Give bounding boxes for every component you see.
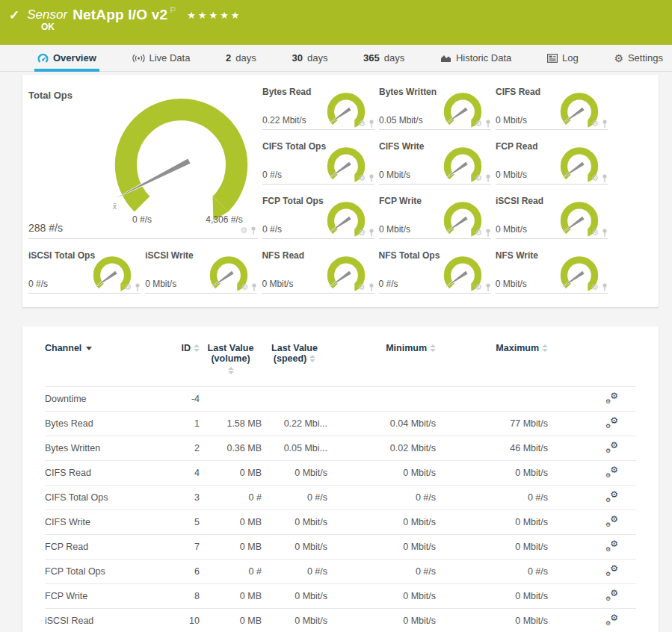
pin-icon[interactable] — [369, 174, 374, 182]
column-header-last-value-speed[interactable]: Last Value (speed) — [262, 328, 327, 387]
channel-settings-gear-icon[interactable]: ⚙⚙ — [606, 417, 618, 428]
tab-label: days — [307, 52, 327, 63]
column-header-channel[interactable]: Channel — [45, 328, 157, 387]
bottom-gauges-grid: iSCSI Total Ops 0 #/s ⚙ iSCSI Write 0 Mb… — [28, 247, 608, 294]
pin-icon[interactable] — [485, 283, 491, 291]
gear-icon[interactable]: ⚙ — [591, 174, 599, 182]
tab-2-days[interactable]: 2 days — [224, 45, 258, 71]
channel-settings-gear-icon[interactable]: ⚙⚙ — [606, 466, 618, 477]
cell-maximum: 0 #/s — [436, 486, 548, 510]
channel-settings-gear-icon[interactable]: ⚙⚙ — [606, 491, 618, 502]
tab-365-days[interactable]: 365 days — [362, 45, 406, 71]
pin-icon[interactable] — [369, 283, 374, 291]
gauge-value: 0 #/s — [379, 279, 398, 289]
flag-icon[interactable]: ⚐ — [169, 5, 176, 15]
area-chart-icon — [440, 54, 451, 63]
pin-icon[interactable] — [602, 283, 608, 291]
cell-id: 5 — [157, 510, 200, 535]
cell-id: 4 — [157, 461, 200, 486]
gauge-title: Bytes Written — [379, 87, 437, 97]
gauge-title: CIFS Total Ops — [262, 141, 326, 152]
gauge-title: iSCSI Write — [145, 250, 193, 261]
channel-settings-gear-icon[interactable]: ⚙⚙ — [606, 392, 618, 403]
channel-settings-gear-icon[interactable]: ⚙⚙ — [606, 589, 618, 601]
pin-icon[interactable] — [369, 120, 374, 128]
cell-actions: ⚙⚙ — [548, 436, 636, 461]
gear-icon[interactable]: ⚙ — [475, 283, 482, 291]
gear-icon[interactable]: ⚙ — [240, 226, 247, 235]
gear-icon[interactable]: ⚙ — [475, 120, 482, 128]
gear-icon[interactable]: ⚙ — [475, 229, 482, 237]
gear-icon[interactable]: ⚙ — [358, 283, 366, 291]
gear-icon[interactable]: ⚙ — [124, 283, 132, 291]
gauge-value: 0.22 Mbit/s — [262, 115, 306, 126]
channel-settings-gear-icon[interactable]: ⚙⚙ — [606, 565, 618, 576]
cell-id: 3 — [157, 486, 200, 510]
cell-maximum: 0 Mbit/s — [436, 584, 548, 609]
gear-icon[interactable]: ⚙ — [591, 229, 599, 237]
gauge-title: NFS Write — [496, 250, 538, 261]
gauge-value: 288 #/s — [28, 222, 63, 234]
cell-last-value-speed: 0 Mbit/s — [262, 609, 327, 632]
channel-settings-gear-icon[interactable]: ⚙⚙ — [606, 515, 618, 527]
gear-icon[interactable]: ⚙ — [591, 120, 599, 128]
gauge-value: 0 Mbit/s — [262, 279, 293, 289]
tab-overview[interactable]: Overview — [36, 45, 98, 71]
log-icon — [547, 54, 558, 63]
tab-log[interactable]: Log — [546, 45, 580, 71]
gear-icon[interactable]: ⚙ — [475, 174, 482, 182]
gauge-title: FCP Read — [496, 141, 537, 152]
pin-icon[interactable] — [602, 174, 608, 182]
sort-icon — [542, 344, 548, 352]
pin-icon[interactable] — [602, 229, 608, 237]
pin-icon[interactable] — [250, 226, 256, 235]
pin-icon[interactable] — [251, 283, 257, 291]
cell-maximum: 0 #/s — [436, 560, 548, 584]
pin-icon[interactable] — [485, 120, 491, 128]
tab-label: Settings — [628, 52, 663, 63]
column-header-maximum[interactable]: Maximum — [436, 328, 548, 387]
cell-actions: ⚙⚙ — [548, 510, 636, 535]
gauge-title: NFS Total Ops — [379, 250, 440, 261]
column-header-id[interactable]: ID — [157, 328, 200, 387]
gauge-value: 0 Mbit/s — [496, 224, 527, 235]
pin-icon[interactable] — [135, 283, 141, 291]
table-row: CIFS Read 4 0 MB 0 Mbit/s 0 Mbit/s 0 Mbi… — [45, 461, 636, 486]
tab-settings[interactable]: ⚙ Settings — [612, 45, 665, 71]
channel-settings-gear-icon[interactable]: ⚙⚙ — [606, 614, 618, 625]
cell-last-value-volume: 1.58 MB — [200, 412, 262, 436]
gear-icon[interactable]: ⚙ — [358, 174, 366, 182]
gauges-panel: Total Ops x̄ 0 #/s 4,306 #/s 288 #/s ⚙ — [22, 75, 659, 307]
gear-icon[interactable]: ⚙ — [358, 120, 366, 128]
pin-icon[interactable] — [369, 229, 374, 237]
gauge-title: iSCSI Read — [496, 196, 543, 206]
column-header-last-value-volume[interactable]: Last Value (volume) — [200, 328, 262, 387]
tab-live-data[interactable]: Live Data — [131, 45, 192, 71]
status-badge: OK — [41, 22, 55, 32]
gear-icon[interactable]: ⚙ — [591, 283, 599, 291]
gauge-value: 0.05 Mbit/s — [379, 115, 423, 126]
cell-id: -4 — [157, 387, 200, 412]
cell-actions: ⚙⚙ — [548, 535, 636, 560]
table-row: FCP Write 8 0 MB 0 Mbit/s 0 Mbit/s 0 Mbi… — [45, 584, 636, 609]
channel-settings-gear-icon[interactable]: ⚙⚙ — [606, 442, 618, 453]
cell-last-value-speed: 0 #/s — [262, 560, 327, 584]
channel-settings-gear-icon[interactable]: ⚙⚙ — [606, 540, 618, 551]
pin-icon[interactable] — [485, 174, 491, 182]
gauge-value: 0 #/s — [262, 224, 282, 235]
pin-icon[interactable] — [485, 229, 491, 237]
gear-icon[interactable]: ⚙ — [241, 283, 249, 291]
gauge-title: CIFS Write — [379, 141, 424, 152]
pin-icon[interactable] — [602, 120, 608, 128]
gear-icon[interactable]: ⚙ — [358, 229, 366, 237]
tab-30-days[interactable]: 30 days — [290, 45, 329, 71]
cell-actions: ⚙⚙ — [548, 412, 636, 436]
gauge-tile-total-ops: Total Ops x̄ 0 #/s 4,306 #/s 288 #/s ⚙ — [28, 84, 258, 239]
table-row: CIFS Total Ops 3 0 # 0 #/s 0 #/s 0 #/s ⚙… — [45, 486, 636, 510]
column-header-minimum[interactable]: Minimum — [327, 328, 436, 387]
tab-historic-data[interactable]: Historic Data — [439, 45, 513, 71]
cell-last-value-speed — [262, 387, 327, 412]
cell-minimum: 0.04 Mbit/s — [327, 412, 436, 436]
cell-last-value-speed: 0.05 Mbi... — [262, 436, 327, 461]
priority-stars[interactable]: ★★★★★ — [187, 10, 241, 21]
